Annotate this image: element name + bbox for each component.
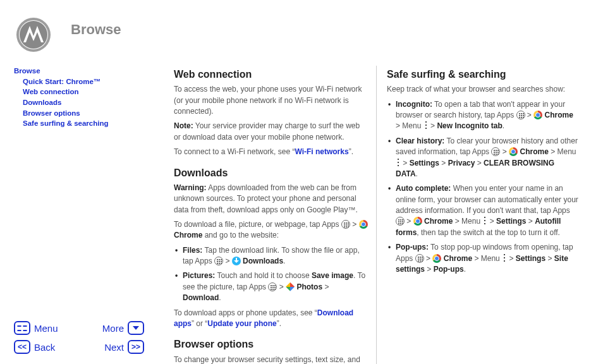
content: Web connection To access the web, your p…: [174, 66, 586, 364]
popups-setting-label: Pop-ups: [434, 265, 464, 274]
incognito-label: Incognito:: [396, 100, 432, 109]
text: ”.: [349, 147, 353, 156]
text: >: [350, 220, 359, 229]
download-label: Download: [183, 293, 219, 302]
safe-intro: Keep track of what your browser and sear…: [387, 84, 578, 95]
apps-icon: [415, 254, 424, 263]
files-label: Files:: [183, 246, 202, 255]
text: >: [277, 282, 286, 291]
text: >: [425, 265, 434, 274]
text: , then tap the switch at the top to turn…: [417, 228, 560, 237]
text: To download apps or phone updates, see “: [174, 308, 317, 317]
downloads-icon: [232, 257, 241, 265]
text: >: [507, 254, 516, 263]
toc-item-browser-options[interactable]: Browser options: [23, 109, 80, 117]
text: >: [487, 217, 496, 226]
popups-label: Pop-ups:: [396, 243, 429, 252]
text: >: [439, 159, 448, 167]
text: >: [223, 257, 232, 265]
toc-root[interactable]: Browse: [14, 67, 40, 75]
next-button[interactable]: Next: [90, 342, 128, 353]
link-update-phone[interactable]: Update your phone: [207, 319, 276, 328]
chrome-icon: [533, 111, 542, 119]
back-icon-button[interactable]: <<: [14, 340, 30, 354]
heading-browser-options: Browser options: [174, 337, 368, 351]
text: To change your browser security settings…: [174, 355, 360, 364]
next-icon-button[interactable]: >>: [128, 340, 144, 354]
privacy-label: Privacy: [448, 159, 475, 167]
clear-history-label: Clear history:: [396, 136, 444, 145]
text: >: [424, 254, 433, 263]
sidebar: Browse Quick Start: Chrome™ Web connecti…: [14, 66, 174, 364]
text: >: [545, 254, 554, 263]
note-label: Note:: [174, 121, 193, 130]
motorola-logo: [14, 15, 53, 54]
text: >: [500, 147, 509, 156]
toc-item-downloads[interactable]: Downloads: [23, 99, 61, 106]
text: >: [322, 282, 329, 291]
dl-intro: To download a file, picture, or webpage,…: [174, 219, 368, 241]
bo-p: To change your browser security settings…: [174, 355, 368, 364]
chrome-label: Chrome: [542, 111, 573, 119]
toc-item-web-connection[interactable]: Web connection: [23, 88, 79, 95]
text: > Menu: [472, 254, 502, 263]
text: >: [525, 111, 534, 119]
save-image-label: Save image: [312, 271, 353, 280]
chrome-label: Chrome: [518, 147, 549, 156]
warning-label: Warning:: [174, 183, 207, 192]
downloads-label: Downloads: [241, 257, 283, 265]
text: >: [526, 217, 535, 226]
text: ”.: [277, 319, 281, 328]
apps-icon: [214, 257, 223, 265]
toc-item-quickstart[interactable]: Quick Start: Chrome™: [23, 78, 100, 85]
column-right: Safe surfing & searching Keep track of w…: [376, 66, 586, 364]
photos-label: Photos: [295, 282, 322, 291]
svg-point-2: [20, 21, 47, 49]
apps-icon: [341, 220, 350, 229]
apps-icon: [268, 282, 277, 291]
bullet-pictures: Pictures: Touch and hold it to choose Sa…: [183, 270, 368, 303]
web-p3: To connect to a Wi-Fi network, see “Wi-F…: [174, 147, 368, 157]
heading-downloads: Downloads: [174, 166, 368, 180]
column-left: Web connection To access the web, your p…: [174, 66, 376, 364]
toc-item-safe-surfing[interactable]: Safe surfing & searching: [23, 119, 108, 127]
photos-icon: [286, 282, 295, 291]
back-button[interactable]: Back: [34, 342, 90, 353]
text: To download a file, picture, or webpage,…: [174, 220, 341, 229]
text: > Menu: [453, 217, 482, 226]
pictures-label: Pictures:: [183, 271, 215, 280]
chrome-label: Chrome: [174, 231, 202, 240]
text: Touch and hold it to choose: [215, 271, 312, 280]
text: .: [219, 293, 221, 302]
text: .: [283, 257, 285, 265]
web-p1: To access the web, your phone uses your …: [174, 84, 368, 117]
link-wifi-networks[interactable]: Wi-Fi networks: [295, 147, 348, 156]
text: .: [416, 169, 418, 178]
auto-complete-label: Auto complete:: [396, 184, 451, 193]
dl-warning: Warning: Apps downloaded from the web ca…: [174, 183, 368, 215]
heading-web-connection: Web connection: [174, 67, 368, 82]
bullet-incognito: Incognito: To open a tab that won't appe…: [396, 99, 578, 132]
note-text: Your service provider may charge to surf…: [174, 121, 360, 141]
menu-button[interactable]: Menu: [34, 323, 90, 334]
bullet-popups: Pop-ups: To stop pop-up windows from ope…: [396, 242, 578, 275]
text: .: [464, 265, 466, 274]
settings-label: Settings: [410, 159, 439, 167]
text: .: [502, 121, 504, 130]
text: To connect to a Wi-Fi network, see “: [174, 147, 295, 156]
new-incognito-label: New Incognito tab: [437, 121, 502, 130]
menu-icon-button[interactable]: [14, 321, 30, 335]
table-of-contents: Browse Quick Start: Chrome™ Web connecti…: [14, 66, 174, 129]
settings-label: Settings: [496, 217, 526, 226]
footer-nav: Menu More << Back Next >>: [14, 321, 166, 354]
bullet-files: Files: Tap the download link. To show th…: [183, 245, 368, 267]
chrome-label: Chrome: [422, 217, 453, 226]
more-button[interactable]: More: [90, 323, 128, 334]
bullet-auto-complete: Auto complete: When you enter your name …: [396, 183, 578, 238]
text: >: [401, 159, 410, 167]
text: ” or “: [192, 319, 207, 328]
text: >: [475, 159, 484, 167]
chrome-label: Chrome: [441, 254, 472, 263]
more-icon-button[interactable]: [128, 321, 144, 335]
web-note: Note: Your service provider may charge t…: [174, 121, 368, 143]
